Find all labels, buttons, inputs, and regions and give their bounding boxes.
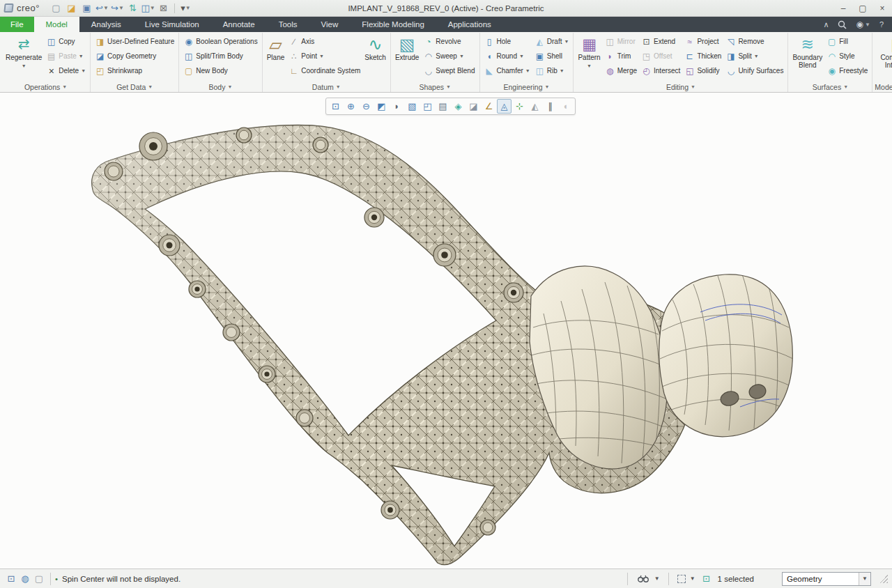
minimize-button[interactable]: – [833, 0, 853, 16]
window-switch-button[interactable]: ◫▼ [141, 2, 155, 15]
group-label-operations[interactable]: Operations▼ [3, 82, 88, 92]
close-window-button[interactable]: ⊠ [157, 2, 170, 15]
dropdown-arrow-icon[interactable]: ▼ [79, 54, 84, 59]
draft-button[interactable]: ◭Draft▼ [532, 34, 571, 49]
tab-model[interactable]: Model [34, 17, 79, 32]
group-label-editing[interactable]: Editing▼ [576, 82, 785, 92]
learning-connector-icon[interactable]: ◉▼ [856, 20, 870, 29]
selected-items-icon[interactable]: ⊡ [700, 573, 714, 585]
selection-filter-combobox[interactable]: Geometry ▼ [782, 572, 871, 586]
collapse-ribbon-icon[interactable]: ∧ [823, 20, 829, 29]
dropdown-arrow-icon[interactable]: ▼ [519, 54, 524, 59]
new-body-button[interactable]: ▢New Body [181, 63, 259, 78]
implant-model[interactable] [0, 93, 892, 568]
section-button[interactable]: ◪ [466, 99, 481, 114]
dropdown-arrow-icon[interactable]: ▼ [560, 68, 564, 73]
group-label-body[interactable]: Body▼ [181, 82, 259, 92]
component-interface-button[interactable]: ▣Component Interface [875, 33, 892, 82]
hole-button[interactable]: ▯Hole [482, 34, 532, 49]
copy-geometry-button[interactable]: ◪Copy Geometry [93, 49, 176, 63]
copy-button[interactable]: ◫Copy [44, 34, 88, 49]
dropdown-arrow-icon[interactable]: ▼ [459, 54, 464, 59]
group-label-model-intent[interactable]: Model Intent▼ [875, 82, 892, 92]
boundary-blend-button[interactable]: ≋Boundary Blend [790, 33, 824, 82]
coordinate-system-button[interactable]: ∟Coordinate System [286, 63, 362, 78]
plane-button[interactable]: ▱Plane [265, 33, 287, 82]
sweep-button[interactable]: ◠Sweep▼ [421, 49, 477, 63]
view-manager-button[interactable]: ▤ [436, 99, 450, 114]
sketch-button[interactable]: ∿Sketch [362, 33, 388, 82]
group-label-engineering[interactable]: Engineering▼ [482, 82, 571, 92]
regenerate-quick-button[interactable]: ⇅ [126, 2, 139, 15]
dropdown-arrow-icon[interactable]: ▼ [319, 54, 324, 59]
shading-options-button[interactable]: ◗ [390, 99, 404, 114]
zoom-in-button[interactable]: ⊕ [344, 99, 358, 114]
dropdown-arrow-icon[interactable]: ▼ [22, 62, 26, 70]
spin-center-button[interactable]: ⊹ [512, 99, 527, 114]
tab-analysis[interactable]: Analysis [79, 17, 133, 32]
tab-applications[interactable]: Applications [436, 17, 503, 32]
regenerate-button[interactable]: ⇄Regenerate▼ [3, 33, 44, 82]
thicken-button[interactable]: ⊏Thicken [682, 49, 723, 63]
split-button[interactable]: ◨Split▼ [723, 49, 785, 63]
selection-filter-icon[interactable] [677, 575, 686, 583]
redo-button[interactable]: ↪▼ [111, 2, 124, 15]
selection-filter-dropdown-icon[interactable]: ▼ [690, 575, 695, 582]
intersect-button[interactable]: ◴Intersect [639, 63, 682, 78]
maximize-button[interactable]: ▢ [853, 0, 872, 16]
perspective-button[interactable]: ◈ [451, 99, 466, 114]
group-label-surfaces[interactable]: Surfaces▼ [790, 82, 870, 92]
round-button[interactable]: ◖Round▼ [482, 49, 532, 63]
orientation-center-button[interactable]: ◭ [528, 99, 542, 114]
display-style-button[interactable]: ▧ [405, 99, 420, 114]
rib-button[interactable]: ◫Rib▼ [532, 63, 571, 78]
swept-blend-button[interactable]: ◡Swept Blend [421, 63, 477, 78]
blank-panel-icon[interactable]: ▢ [32, 573, 46, 585]
new-file-button[interactable]: ▢ [49, 2, 63, 15]
dropdown-arrow-icon[interactable]: ▼ [754, 54, 759, 59]
repaint-button[interactable]: ◩ [374, 99, 389, 114]
chamfer-button[interactable]: ◣Chamfer▼ [482, 63, 532, 78]
merge-button[interactable]: ◍Merge [603, 63, 639, 78]
freestyle-button[interactable]: ◉Freestyle [824, 63, 870, 78]
solidify-button[interactable]: ◱Solidify [682, 63, 723, 78]
project-button[interactable]: ≈Project [682, 34, 723, 49]
group-label-shapes[interactable]: Shapes▼ [393, 82, 477, 92]
extend-button[interactable]: ⊡Extend [639, 34, 682, 49]
axis-button[interactable]: ∕Axis [286, 34, 362, 49]
unify-surfaces-button[interactable]: ◡Unify Surfaces [723, 63, 785, 78]
find-dropdown-icon[interactable]: ▼ [654, 575, 660, 582]
customize-toolbar-button[interactable]: ▾▼ [179, 2, 192, 15]
paste-button[interactable]: ▤Paste▼ [44, 49, 88, 63]
tab-tools[interactable]: Tools [267, 17, 309, 32]
delete-button[interactable]: ×Delete▼ [44, 63, 88, 78]
offset-button[interactable]: ◳Offset [639, 49, 682, 63]
annotation-display-button[interactable]: ◬ [497, 99, 512, 114]
shell-button[interactable]: ▣Shell [532, 49, 571, 63]
pause-button[interactable]: ∥ [543, 99, 558, 114]
browser-globe-icon[interactable]: ◍ [18, 573, 32, 585]
dropdown-arrow-icon[interactable]: ▼ [564, 39, 569, 44]
resize-grip[interactable] [879, 575, 888, 583]
group-label-get-data[interactable]: Get Data▼ [93, 82, 176, 92]
undo-button[interactable]: ↩▼ [95, 2, 109, 15]
pattern-button[interactable]: ▦Pattern▼ [576, 33, 602, 82]
close-button[interactable]: × [872, 0, 892, 16]
mirror-button[interactable]: ◫Mirror [603, 34, 639, 49]
open-file-button[interactable]: ◪ [65, 2, 78, 15]
combobox-dropdown-icon[interactable]: ▼ [859, 573, 870, 585]
navigator-panel-icon[interactable]: ⊡ [4, 573, 18, 585]
tab-file[interactable]: File [0, 17, 34, 32]
extrude-button[interactable]: ▧Extrude [393, 33, 421, 82]
shrinkwrap-button[interactable]: ◰Shrinkwrap [93, 63, 176, 78]
find-icon[interactable] [636, 573, 650, 585]
zoom-refit-button[interactable]: ⊡ [328, 99, 343, 114]
revolve-button[interactable]: ◔Revolve [421, 34, 477, 49]
zoom-out-button[interactable]: ⊖ [359, 99, 374, 114]
search-icon[interactable] [838, 20, 847, 29]
datum-display-button[interactable]: ∠ [482, 99, 496, 114]
fill-button[interactable]: ▢Fill [824, 34, 870, 49]
remove-button[interactable]: ◹Remove [723, 34, 785, 49]
saved-orientations-button[interactable]: ◰ [420, 99, 435, 114]
group-label-datum[interactable]: Datum▼ [265, 82, 388, 92]
